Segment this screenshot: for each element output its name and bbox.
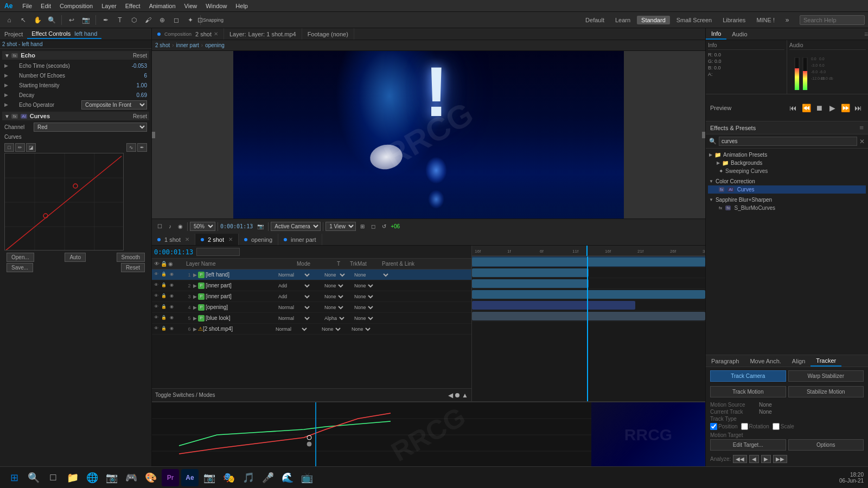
pen-tool[interactable]: ✒: [100, 14, 112, 26]
layer-5-solo[interactable]: ◉: [168, 315, 175, 322]
preview-first-frame[interactable]: ⏮: [788, 102, 799, 113]
transparency-btn[interactable]: ◻: [369, 222, 378, 230]
taskbar-camera-btn[interactable]: 📷: [103, 469, 120, 486]
select-tool[interactable]: ↖: [17, 14, 29, 26]
taskbar-ae-btn[interactable]: Ae: [181, 469, 199, 486]
layer-2-trk-select[interactable]: None: [322, 282, 345, 289]
tab-2shot-close[interactable]: ✕: [228, 236, 233, 242]
snapping-btn[interactable]: ⊡ Snapping: [205, 14, 216, 26]
taskbar-audition-btn[interactable]: 🎵: [240, 469, 257, 486]
taskbar-tv-btn[interactable]: 📺: [298, 469, 316, 486]
timeline-search-input[interactable]: [196, 248, 240, 256]
layer-1-visibility[interactable]: 👁: [153, 272, 159, 278]
taskbar-lightroom-btn[interactable]: 📷: [201, 469, 218, 486]
workspace-default[interactable]: Default: [581, 16, 609, 24]
refresh-btn[interactable]: ↺: [380, 222, 388, 230]
shape-tool[interactable]: ⬡: [128, 14, 140, 26]
layer-2-lock[interactable]: 🔒: [161, 282, 167, 289]
viewer-toggle-btn[interactable]: ☐: [155, 222, 164, 230]
preview-stop[interactable]: ⏹: [814, 102, 825, 113]
echo-int-expand[interactable]: ▶: [4, 82, 8, 88]
backgrounds-header[interactable]: ▶ 📁 Backgrounds: [708, 159, 866, 167]
layer-5-visibility[interactable]: 👁: [153, 315, 159, 322]
taskbar-search-btn[interactable]: 🔍: [25, 469, 42, 486]
layer-3-parent-select[interactable]: None: [352, 293, 375, 300]
curves-effect-item[interactable]: fx AI Curves: [708, 185, 866, 194]
menu-layer[interactable]: Layer: [97, 2, 121, 10]
curves-expand-icon[interactable]: ▼: [4, 113, 10, 119]
layer-row-6[interactable]: 👁 🔒 ◉ 6 ▶ ⚠ [2 shot.mp4] Normal: [152, 324, 471, 335]
track-4[interactable]: [472, 289, 705, 300]
curves-open-btn[interactable]: Open...: [7, 253, 34, 262]
timeline-tab-inner[interactable]: inner part: [278, 234, 322, 245]
layer-2-solo[interactable]: ◉: [168, 282, 175, 289]
menu-view[interactable]: View: [180, 2, 202, 10]
curves-auto-btn[interactable]: Auto: [65, 253, 86, 262]
viewer-audio-btn[interactable]: ♪: [167, 222, 174, 230]
curves-corner-btn[interactable]: ◪: [26, 143, 36, 152]
tab-1shot-close[interactable]: ✕: [185, 236, 189, 242]
layer-2-parent-select[interactable]: None: [352, 282, 375, 289]
curves-save-btn[interactable]: Save...: [7, 263, 33, 272]
curves-reset-btn[interactable]: Reset: [133, 113, 147, 119]
layer-5-expand[interactable]: ▶: [193, 316, 197, 321]
blur-mocurves-item[interactable]: fx fx S_BlurMoCurves: [708, 204, 866, 212]
zoom-select[interactable]: 50%: [190, 222, 215, 231]
taskbar-media-btn[interactable]: 🌊: [279, 469, 296, 486]
menu-composition[interactable]: Composition: [55, 2, 97, 10]
edit-target-btn[interactable]: Edit Target...: [710, 439, 786, 451]
view-select[interactable]: 1 View: [326, 222, 356, 231]
echo-intensity-value[interactable]: 1.00: [120, 82, 147, 88]
sweeping-curves-item[interactable]: ✦ Sweeping Curves: [708, 167, 866, 175]
taskbar-mic-btn[interactable]: 🎤: [259, 469, 277, 486]
tracker-tab[interactable]: Tracker: [810, 355, 841, 367]
puppet-tool[interactable]: ✦: [184, 14, 196, 26]
taskbar-game-btn[interactable]: 🎮: [123, 469, 140, 486]
text-tool[interactable]: T: [114, 14, 126, 26]
workspace-standard[interactable]: Standard: [637, 16, 670, 24]
effects-panel-menu[interactable]: ≡: [859, 124, 864, 132]
taskbar-premiere-btn[interactable]: Pr: [162, 469, 179, 486]
preview-next-frame[interactable]: ⏩: [840, 102, 851, 113]
timeline-tab-opening[interactable]: opening: [239, 234, 278, 245]
workspace-small-screen[interactable]: Small Screen: [672, 16, 716, 24]
layer-4-trk-select[interactable]: None: [322, 304, 345, 311]
layer-3-lock[interactable]: 🔒: [161, 293, 167, 300]
curves-pencil-btn[interactable]: ✏: [15, 143, 25, 152]
layer-3-solo[interactable]: ◉: [168, 293, 175, 300]
menu-edit[interactable]: Edit: [36, 2, 55, 10]
layer-6-parent-select[interactable]: None: [349, 326, 372, 332]
echo-op-expand[interactable]: ▶: [4, 102, 8, 107]
layer-row-1[interactable]: 👁 🔒 ◉ 1 ▶ P [left hand] Normal: [152, 269, 471, 280]
layer-2-mode[interactable]: Add: [276, 282, 311, 289]
layer-6-solo[interactable]: ◉: [168, 326, 175, 332]
camera-tool[interactable]: 📷: [80, 14, 92, 26]
effects-search-close[interactable]: ✕: [859, 138, 865, 145]
curves-reset-action-btn[interactable]: Reset: [121, 263, 145, 272]
eraser-tool[interactable]: ◻: [170, 14, 182, 26]
echo-operator-select[interactable]: Composite In Front: [81, 100, 147, 110]
timeline-next-btn[interactable]: ▲: [462, 391, 468, 399]
effects-search-input[interactable]: [719, 137, 857, 146]
layer-row-2[interactable]: 👁 🔒 ◉ 2 ▶ P [inner part] Add: [152, 280, 471, 291]
layer-row-5[interactable]: 👁 🔒 ◉ 5 ▶ P [blue look] Normal: [152, 313, 471, 324]
layer-1-trk-select[interactable]: None: [322, 272, 347, 278]
track-motion-btn[interactable]: Track Motion: [710, 386, 786, 397]
curves-smooth-btn[interactable]: Smooth: [117, 253, 145, 262]
analyze-fwd-full[interactable]: ▶▶: [773, 455, 787, 463]
analyze-fwd[interactable]: ▶: [761, 455, 771, 463]
position-checkbox[interactable]: [710, 423, 717, 430]
echo-reset-btn[interactable]: Reset: [133, 53, 147, 59]
curves-wave-btn[interactable]: ∿: [126, 143, 136, 152]
echo-expand-icon[interactable]: ▼: [4, 53, 10, 59]
taskbar-paint-btn[interactable]: 🎨: [142, 469, 159, 486]
project-tab[interactable]: Project: [0, 30, 27, 38]
right-panel-close[interactable]: ≡: [864, 30, 868, 38]
track-3[interactable]: [472, 278, 705, 289]
preview-last-frame[interactable]: ⏭: [853, 102, 864, 113]
composition-viewer[interactable]: ! RRCG: [152, 51, 705, 219]
analyze-rev[interactable]: ◀: [749, 455, 759, 463]
comp-tab-2shot[interactable]: Composition 2 shot ✕: [152, 28, 224, 40]
layer-4-lock[interactable]: 🔒: [161, 304, 167, 311]
left-handle[interactable]: [152, 132, 155, 138]
